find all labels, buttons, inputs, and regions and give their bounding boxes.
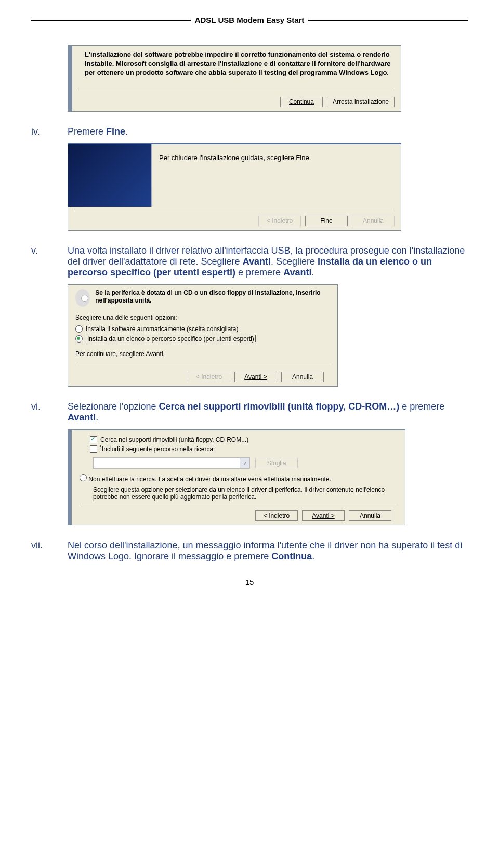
cancel-button[interactable]: Annulla <box>281 372 324 382</box>
option-specific[interactable]: Installa da un elenco o percorso specifi… <box>75 335 330 343</box>
page-header: ADSL USB Modem Easy Start <box>31 16 468 24</box>
choose-label: Scegliere una delle seguenti opzioni: <box>75 314 330 321</box>
radio-on-icon <box>75 335 83 343</box>
checkbox-on-icon <box>90 436 97 443</box>
radio-off-icon <box>80 474 87 481</box>
dialog-search-options: Cerca nei supporti rimovibili (unità flo… <box>68 429 405 525</box>
step-v: v. Una volta installato il driver relati… <box>31 245 468 278</box>
radio-off-icon <box>75 325 83 333</box>
dialog-logo-warning: L'installazione del software potrebbe im… <box>68 45 401 112</box>
next-button[interactable]: Avanti > <box>302 510 345 521</box>
checkbox-removable[interactable]: Cerca nei supporti rimovibili (unità flo… <box>90 436 398 443</box>
dialog-finish: Per chiudere l'installazione guidata, sc… <box>68 143 401 231</box>
cancel-button: Annulla <box>352 216 395 226</box>
back-button: < Indietro <box>188 372 230 382</box>
step-marker: vi. <box>31 401 68 423</box>
header-title: ADSL USB Modem Easy Start <box>191 16 309 24</box>
step-marker: iv. <box>31 126 68 137</box>
step-vi: vi. Selezionare l'opzione Cerca nei supp… <box>31 401 468 423</box>
path-input[interactable]: v <box>93 457 250 469</box>
checkbox-include-path[interactable]: Includi il seguente percorso nella ricer… <box>90 445 398 453</box>
browse-button: Sfoglia <box>255 458 298 468</box>
dialog-choose-method: Se la periferica è dotata di un CD o un … <box>68 284 338 387</box>
step-iv: iv. Premere Fine. <box>31 126 468 137</box>
no-search-label: on effettuare la ricerca. La scelta del … <box>93 476 331 483</box>
step-marker: vii. <box>31 540 68 562</box>
back-button: < Indietro <box>258 216 301 226</box>
step-vii: vii. Nel corso dell'installazione, un me… <box>31 540 468 562</box>
dropdown-icon[interactable]: v <box>240 458 250 468</box>
cancel-button[interactable]: Annulla <box>349 510 391 521</box>
page-number: 15 <box>31 577 468 586</box>
option-auto[interactable]: Installa il software automaticamente (sc… <box>75 325 330 333</box>
no-search-sub: Scegliere questa opzione per selezionare… <box>93 486 398 501</box>
wizard-art <box>68 144 152 207</box>
back-button[interactable]: < Indietro <box>255 510 298 521</box>
step-marker: v. <box>31 245 68 278</box>
finish-text: Per chiudere l'installazione guidata, sc… <box>159 154 393 162</box>
continue-label: Per continuare, scegliere Avanti. <box>75 350 330 358</box>
intro-text: Se la periferica è dotata di un CD o un … <box>95 289 330 307</box>
next-button[interactable]: Avanti > <box>234 372 277 382</box>
warning-text: L'installazione del software potrebbe im… <box>85 50 392 77</box>
continue-button[interactable]: Continua <box>280 97 323 107</box>
checkbox-off-icon <box>90 445 97 453</box>
cd-icon <box>75 289 90 307</box>
option-no-search[interactable]: Non effettuare la ricerca. La scelta del… <box>80 474 398 483</box>
finish-button[interactable]: Fine <box>305 216 348 226</box>
stop-button[interactable]: Arresta installazione <box>327 97 395 107</box>
